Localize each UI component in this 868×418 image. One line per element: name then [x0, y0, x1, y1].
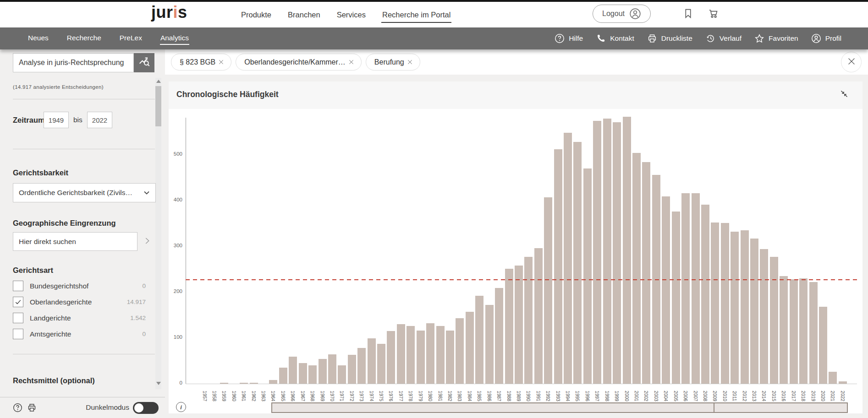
scrollbar-up-arrow[interactable] [156, 80, 161, 83]
bar-1998[interactable] [603, 119, 611, 384]
bar-1968[interactable] [308, 365, 317, 384]
gerichtsbarkeit-dropdown[interactable]: Ordentliche Gerichtsbarkeit (Zivils… [13, 183, 156, 202]
checkbox-landgerichte[interactable] [13, 313, 23, 323]
bar-2004[interactable] [662, 196, 670, 384]
bar-1975[interactable] [377, 344, 385, 384]
bar-1970[interactable] [328, 354, 336, 384]
bar-1959[interactable] [220, 383, 228, 384]
bar-1973[interactable] [357, 348, 366, 384]
bar-1964[interactable] [269, 380, 277, 384]
bar-1994[interactable] [564, 133, 572, 384]
bar-2021[interactable] [829, 372, 837, 384]
bar-1981[interactable] [436, 326, 445, 384]
bar-2015[interactable] [770, 257, 778, 384]
chip-remove-icon[interactable] [218, 59, 225, 65]
bar-1983[interactable] [456, 318, 464, 384]
bar-2022[interactable] [839, 381, 847, 384]
bar-1990[interactable] [524, 257, 533, 384]
bar-1985[interactable] [475, 296, 483, 384]
analysis-search-input[interactable] [13, 53, 134, 72]
bar-1966[interactable] [289, 357, 297, 384]
zeitraum-from-input[interactable] [44, 112, 69, 128]
bar-1986[interactable] [485, 305, 494, 384]
bar-2011[interactable] [731, 232, 739, 384]
bar-1995[interactable] [573, 142, 582, 384]
help-icon[interactable] [13, 403, 22, 413]
geo-search-submit-button[interactable] [138, 232, 156, 251]
bar-1987[interactable] [495, 288, 503, 384]
bar-1997[interactable] [593, 121, 601, 384]
bar-1974[interactable] [368, 338, 376, 384]
nav-item-profil[interactable]: Profil [811, 33, 841, 43]
bar-2007[interactable] [692, 193, 700, 384]
checkbox-oberlandesgerichte[interactable] [13, 297, 23, 307]
header-nav-branchen[interactable]: Branchen [287, 7, 321, 23]
nav-item-favoriten[interactable]: Favoriten [754, 33, 798, 43]
close-analysis-button[interactable] [841, 52, 862, 72]
bar-1991[interactable] [534, 248, 543, 384]
bar-2009[interactable] [711, 223, 719, 384]
nav-item-verlauf[interactable]: Verlauf [705, 33, 742, 43]
bar-2017[interactable] [790, 279, 798, 384]
filter-chip-823-bgb[interactable]: § 823 BGB [171, 54, 231, 71]
juris-logo[interactable]: juris [151, 3, 187, 22]
bar-1984[interactable] [466, 312, 474, 384]
bar-2008[interactable] [701, 205, 709, 384]
bar-2005[interactable] [672, 212, 680, 384]
bar-1961[interactable] [240, 383, 248, 384]
bar-1967[interactable] [299, 363, 307, 384]
header-nav-produkte[interactable]: Produkte [240, 7, 272, 23]
checkbox-amtsgerichte[interactable] [13, 329, 23, 339]
chart-range-selector[interactable] [271, 402, 848, 413]
nav-item-recherche[interactable]: Recherche [66, 32, 102, 45]
bar-1971[interactable] [338, 365, 346, 384]
bar-2002[interactable] [642, 162, 650, 384]
bar-2014[interactable] [760, 249, 768, 384]
bar-1996[interactable] [583, 168, 592, 384]
bar-1992[interactable] [544, 197, 552, 384]
bar-2000[interactable] [623, 117, 631, 384]
darkmode-toggle[interactable] [133, 402, 159, 414]
bar-1978[interactable] [407, 326, 415, 384]
bar-2012[interactable] [741, 230, 749, 384]
info-icon[interactable]: i [176, 402, 186, 412]
chip-remove-icon[interactable] [348, 59, 355, 65]
bar-1979[interactable] [417, 331, 425, 384]
printer-icon[interactable] [27, 403, 37, 413]
bar-1999[interactable] [613, 122, 621, 384]
sidebar-scrollbar-thumb[interactable] [155, 86, 161, 126]
bar-1982[interactable] [446, 331, 454, 384]
bookmark-icon[interactable] [682, 8, 694, 19]
checkbox-bundesgerichtshof[interactable] [13, 281, 23, 291]
header-nav-services[interactable]: Services [336, 7, 367, 23]
nav-item-kontakt[interactable]: Kontakt [596, 33, 634, 43]
bar-1993[interactable] [554, 149, 562, 384]
bar-2019[interactable] [809, 282, 818, 384]
header-nav-recherche-im-portal[interactable]: Recherche im Portal [381, 7, 451, 23]
bar-1988[interactable] [505, 269, 513, 384]
chip-remove-icon[interactable] [407, 59, 413, 65]
bar-2013[interactable] [750, 239, 758, 384]
bar-2010[interactable] [721, 223, 729, 384]
range-selector-handle[interactable] [714, 403, 714, 412]
bar-2020[interactable] [819, 307, 827, 384]
analysis-search-button[interactable] [134, 53, 154, 72]
zeitraum-to-input[interactable] [87, 112, 112, 128]
nav-item-hilfe[interactable]: Hilfe [555, 33, 583, 43]
nav-item-neues[interactable]: Neues [27, 32, 49, 45]
bar-1969[interactable] [319, 359, 327, 384]
bar-1980[interactable] [426, 323, 434, 384]
logout-button[interactable]: Logout [593, 5, 651, 23]
cart-icon[interactable] [708, 8, 719, 19]
filter-chip-berufung[interactable]: Berufung [366, 54, 420, 71]
bar-2016[interactable] [780, 276, 788, 384]
nav-item-analytics[interactable]: Analytics [160, 32, 189, 45]
bar-2006[interactable] [681, 193, 690, 384]
bar-1972[interactable] [348, 355, 356, 384]
geo-search-input[interactable] [13, 232, 137, 251]
bar-1962[interactable] [250, 383, 258, 384]
bar-1989[interactable] [515, 266, 523, 384]
scrollbar-down-arrow[interactable] [156, 382, 161, 385]
bar-1976[interactable] [387, 331, 395, 384]
filter-chip-oberlandesgerichte-kammer[interactable]: Oberlandesgerichte/Kammer… [236, 54, 362, 71]
